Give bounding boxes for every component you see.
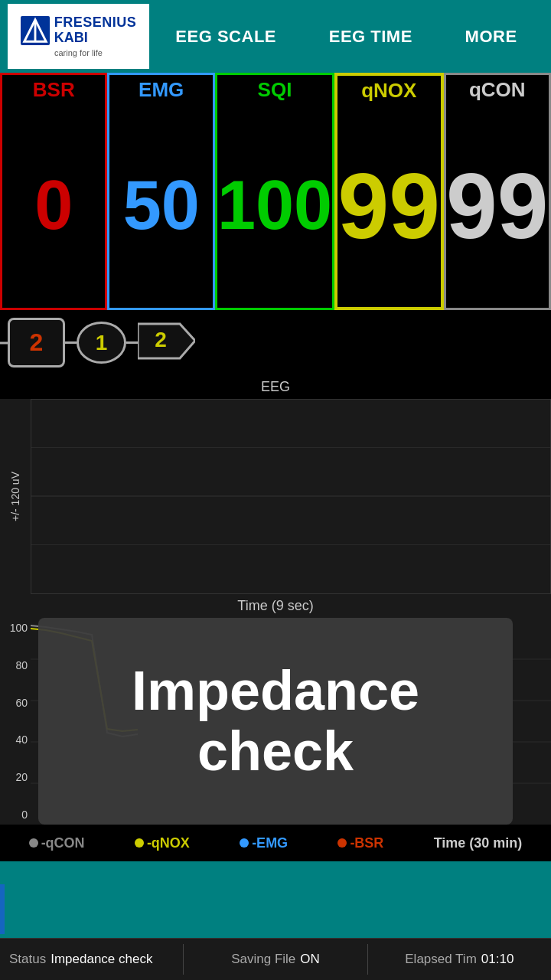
legend-dot-qcon [29,838,38,848]
eeg-section-label: EEG [0,375,551,399]
qcon-label: qCON [446,75,549,103]
legend-emg: -EMG [240,835,288,851]
connector-2 [126,341,138,344]
saving-label: Saving File [231,952,295,967]
nav-items: EEG SCALE EEG TIME MORE [149,27,543,47]
legend-dot-qnox [135,838,144,848]
metrics-row: BSR 0 EMG 50 SQI 100 qNOX 99 qCON 99 [0,73,551,310]
status-section-2: Saving File ON [184,952,367,967]
logo-tagline: caring for life [54,48,103,57]
legend-label-bsr: -BSR [350,835,383,851]
legend-bsr: -BSR [337,835,383,851]
status-label: Status [9,952,46,967]
legend-dot-bsr [337,838,347,848]
lower-chart-container: 100 80 60 40 20 0 Impedancecheck [0,618,551,825]
header: FRESENIUS KABI caring for life EEG SCALE… [0,0,551,73]
electrode-middle: 1 [77,322,126,364]
legend-label-time: Time (30 min) [434,835,523,851]
sqi-box[interactable]: SQI 100 [215,73,334,310]
connector-1 [65,341,77,344]
status-section-3: Elapsed Tim 01:10 [368,952,551,967]
emg-box[interactable]: EMG 50 [107,73,214,310]
sqi-value: 100 [217,103,332,308]
eeg-time-label: Time (9 sec) [0,594,551,618]
logo-fresenius: FRESENIUS [54,15,137,31]
legend-dot-emg [240,838,249,848]
electrode-row: 2 1 2 [0,310,551,375]
qcon-box[interactable]: qCON 99 [444,73,551,310]
impedance-text: Impedancecheck [132,661,419,782]
qnox-value: 99 [337,104,440,307]
saving-value: ON [300,952,320,967]
electrode-group: 2 1 2 [8,316,195,369]
eeg-chart [31,399,551,594]
legend-time: Time (30 min) [434,835,523,851]
eeg-y-axis: +/- 120 uV [0,399,31,594]
impedance-overlay: Impedancecheck [38,618,513,825]
logo-kabi: KABI [54,31,137,46]
bsr-box[interactable]: BSR 0 [0,73,107,310]
bsr-label: BSR [2,75,105,103]
svg-text:2: 2 [155,328,167,351]
bsr-value: 0 [2,103,105,308]
qnox-label: qNOX [337,76,440,104]
logo: FRESENIUS KABI caring for life [8,4,149,69]
legend-qcon: -qCON [29,835,85,851]
status-section-1: Status Impedance check [0,952,183,967]
elapsed-value: 01:10 [481,952,514,967]
electrode-right-shape: 2 [138,316,195,366]
qnox-box[interactable]: qNOX 99 [334,73,443,310]
legend-qnox: -qNOX [135,835,190,851]
side-indicator [0,884,5,934]
qcon-value: 99 [446,103,549,308]
nav-eeg-scale[interactable]: EEG SCALE [175,27,276,47]
elapsed-label: Elapsed Tim [405,952,477,967]
emg-value: 50 [109,103,212,308]
fresenius-logo-icon [21,16,50,45]
emg-label: EMG [109,75,212,103]
logo-name: FRESENIUS KABI [54,15,137,46]
legend-label-emg: -EMG [252,835,288,851]
legend-row: -qCON -qNOX -EMG -BSR Time (30 min) [0,825,551,861]
eeg-chart-container: +/- 120 uV [0,399,551,594]
legend-label-qnox: -qNOX [147,835,190,851]
status-bar: Status Impedance check Saving File ON El… [0,938,551,980]
electrode-left: 2 [8,318,65,368]
sqi-label: SQI [217,75,332,103]
nav-more[interactable]: MORE [465,27,517,47]
lower-chart-y-axis: 100 80 60 40 20 0 [0,618,31,825]
legend-label-qcon: -qCON [41,835,85,851]
nav-eeg-time[interactable]: EEG TIME [329,27,412,47]
status-value: Impedance check [51,952,152,967]
